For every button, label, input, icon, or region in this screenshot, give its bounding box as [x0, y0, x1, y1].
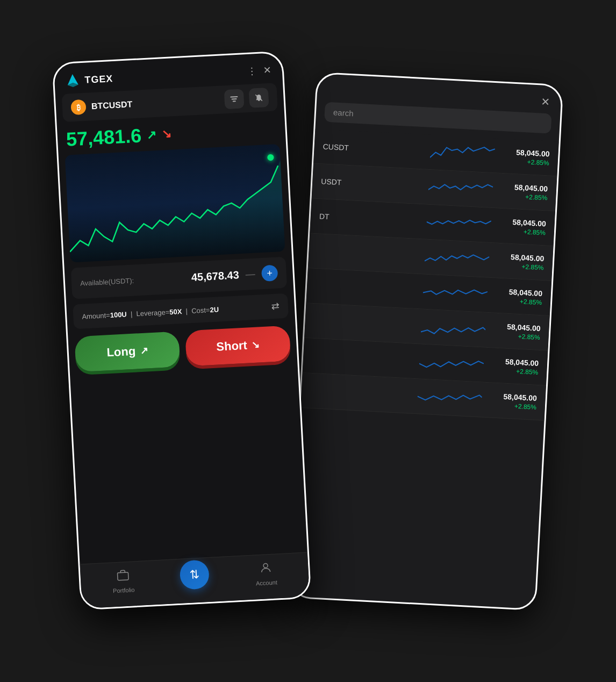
filter-icon[interactable]	[224, 89, 245, 109]
order-cost: 2U	[210, 305, 219, 313]
market-symbol	[310, 390, 411, 396]
market-change: +2.85%	[495, 261, 544, 271]
market-price-block: 58,045.00 +2.85%	[500, 147, 550, 167]
portfolio-label: Portfolio	[113, 586, 135, 594]
balance-card: Available(USDT): 45,678.43 — +	[71, 256, 287, 299]
balance-right: 45,678.43 — +	[191, 264, 278, 285]
market-price: 58,045.00	[501, 147, 550, 158]
market-sparkline	[424, 246, 490, 270]
svg-rect-3	[232, 98, 237, 100]
order-params-text: Amount=100U | Leverage=50X | Cost=2U	[82, 305, 219, 320]
balance-value: 45,678.43	[191, 268, 239, 283]
market-price-block: 58,045.00 +2.85%	[488, 391, 538, 411]
market-change: +2.85%	[500, 156, 549, 167]
svg-rect-2	[230, 96, 238, 97]
chart-svg	[65, 143, 285, 262]
svg-rect-4	[233, 100, 236, 102]
trading-phone: TGEX ⋮ ✕ ₿ BTCUSDT	[52, 51, 312, 610]
market-price: 58,045.00	[494, 286, 543, 298]
portfolio-icon	[116, 568, 130, 585]
short-icon: ↘	[251, 339, 260, 351]
account-label: Account	[256, 579, 277, 586]
close-icon[interactable]: ✕	[263, 64, 271, 76]
account-icon	[259, 561, 273, 577]
header-actions: ⋮ ✕	[247, 64, 271, 77]
nav-account[interactable]: Account	[255, 561, 277, 586]
chart-live-dot	[267, 154, 274, 161]
long-label: Long	[106, 344, 136, 360]
back-close-button[interactable]: ✕	[541, 95, 550, 108]
market-price: 58,045.00	[492, 321, 541, 333]
market-price: 58,045.00	[488, 391, 537, 403]
price-chart	[65, 143, 285, 262]
pair-info: ₿ BTCUSDT	[70, 97, 133, 115]
market-change: +2.85%	[491, 331, 540, 341]
market-symbol	[318, 251, 419, 256]
market-price-block: 58,045.00 +2.85%	[491, 321, 541, 341]
action-buttons: Long ↗ Short ↘	[74, 325, 291, 372]
market-price-block: 58,045.00 +2.85%	[495, 252, 545, 271]
market-list-phone: ✕ earch CUSDT 58,045.00 +2.85% USDT	[289, 71, 564, 611]
market-sparkline	[428, 176, 493, 200]
price-value: 57,481.6	[66, 124, 142, 150]
market-symbol: USDT	[321, 177, 422, 191]
order-params-bar: Amount=100U | Leverage=50X | Cost=2U ⇄	[73, 293, 289, 329]
market-price: 58,045.00	[497, 217, 546, 228]
svg-point-7	[263, 563, 268, 568]
pair-name: BTCUSDT	[91, 99, 132, 111]
nav-portfolio[interactable]: Portfolio	[112, 568, 135, 594]
market-change: +2.85%	[497, 226, 546, 236]
trade-swap-button[interactable]: ⇅	[180, 559, 210, 590]
market-price-block: 58,045.00 +2.85%	[497, 217, 547, 236]
trend-down-icon: ↘	[161, 127, 171, 141]
market-price: 58,045.00	[499, 182, 548, 193]
market-price: 58,045.00	[496, 252, 545, 263]
balance-label-text: Available(USDT):	[80, 276, 134, 287]
swap-icon: ⇅	[189, 567, 199, 582]
market-symbol	[314, 320, 415, 326]
balance-label: Available(USDT):	[80, 276, 134, 287]
market-price: 58,045.00	[490, 356, 539, 368]
bottom-navigation: Portfolio ⇅ Account	[80, 552, 310, 608]
order-leverage: 50X	[169, 307, 182, 315]
logo-area: TGEX	[65, 71, 113, 89]
long-button[interactable]: Long ↗	[74, 331, 180, 372]
market-price-block: 58,045.00 +2.85%	[490, 356, 539, 376]
search-placeholder: earch	[333, 107, 354, 118]
market-sparkline	[429, 141, 495, 166]
pair-actions	[224, 87, 269, 109]
tgex-logo-icon	[65, 73, 81, 88]
short-label: Short	[216, 338, 248, 354]
trend-up-icon: ↗	[146, 127, 156, 142]
market-change: +2.85%	[490, 366, 539, 376]
market-sparkline	[420, 315, 486, 340]
market-symbol: CUSDT	[323, 142, 424, 156]
notification-mute-icon[interactable]	[249, 87, 269, 107]
market-price-block: 58,045.00 +2.85%	[493, 286, 543, 306]
market-sparkline	[422, 281, 488, 305]
market-list: CUSDT 58,045.00 +2.85% USDT 58,045.00 +2…	[291, 128, 559, 611]
logo-text: TGEX	[84, 73, 113, 85]
market-price-block: 58,045.00 +2.85%	[499, 182, 548, 202]
market-symbol	[316, 286, 417, 291]
balance-sub: —	[245, 268, 255, 280]
market-change: +2.85%	[499, 191, 548, 202]
order-amount: 100U	[110, 310, 127, 319]
svg-rect-6	[118, 572, 129, 580]
market-sparkline	[426, 211, 492, 235]
market-symbol	[312, 355, 413, 361]
market-change: +2.85%	[488, 401, 537, 411]
menu-dots-icon[interactable]: ⋮	[247, 65, 257, 77]
market-change: +2.85%	[493, 296, 542, 306]
long-icon: ↗	[140, 344, 148, 357]
market-sparkline	[419, 350, 484, 375]
market-sparkline	[417, 385, 483, 410]
btc-icon: ₿	[70, 99, 86, 114]
short-button[interactable]: Short ↘	[185, 325, 291, 366]
add-funds-button[interactable]: +	[261, 264, 278, 282]
market-symbol: DT	[319, 212, 420, 226]
swap-direction-button[interactable]: ⇄	[271, 300, 280, 312]
